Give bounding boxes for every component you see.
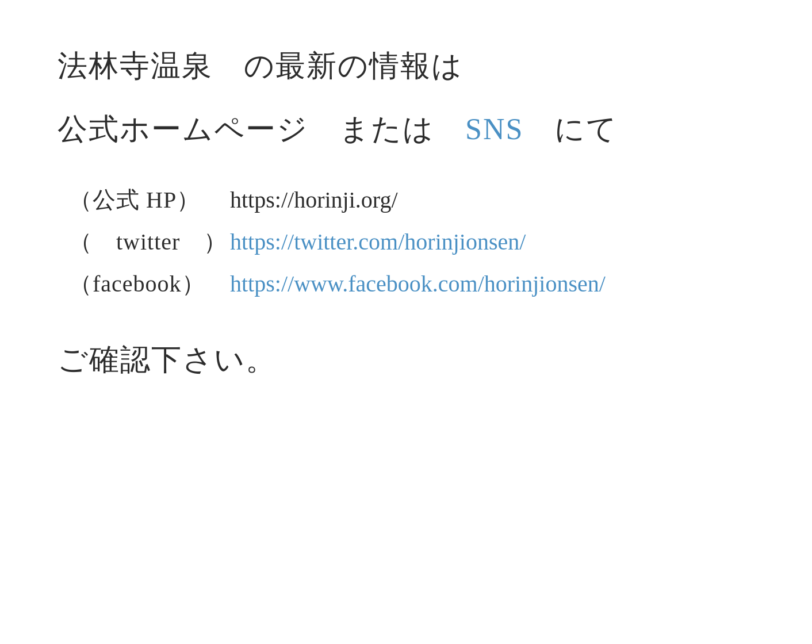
page-container: 法林寺温泉 の最新の情報は 公式ホームページ または SNS にて （公式 HP… xyxy=(0,0,812,644)
closing-text: ご確認下さい。 xyxy=(58,340,754,380)
line2: 公式ホームページ または SNS にて xyxy=(58,109,754,150)
info-block: （公式 HP） https://horinji.org/ （ twitter ）… xyxy=(69,184,754,300)
line2-part1: 公式ホームページ または xyxy=(58,113,465,145)
official-hp-label: （公式 HP） xyxy=(69,184,230,216)
line2-part2: にて xyxy=(523,113,618,145)
twitter-label: （ twitter ） xyxy=(69,226,230,258)
facebook-link[interactable]: https://www.facebook.com/horinjionsen/ xyxy=(230,270,606,297)
official-hp-row: （公式 HP） https://horinji.org/ xyxy=(69,184,754,216)
line1: 法林寺温泉 の最新の情報は xyxy=(58,46,754,86)
official-hp-link[interactable]: https://horinji.org/ xyxy=(230,186,398,213)
twitter-link[interactable]: https://twitter.com/horinjionsen/ xyxy=(230,228,526,255)
facebook-row: （facebook） https://www.facebook.com/hori… xyxy=(69,268,754,300)
twitter-row: （ twitter ） https://twitter.com/horinjio… xyxy=(69,226,754,258)
sns-text: SNS xyxy=(465,113,523,145)
facebook-label: （facebook） xyxy=(69,268,230,300)
